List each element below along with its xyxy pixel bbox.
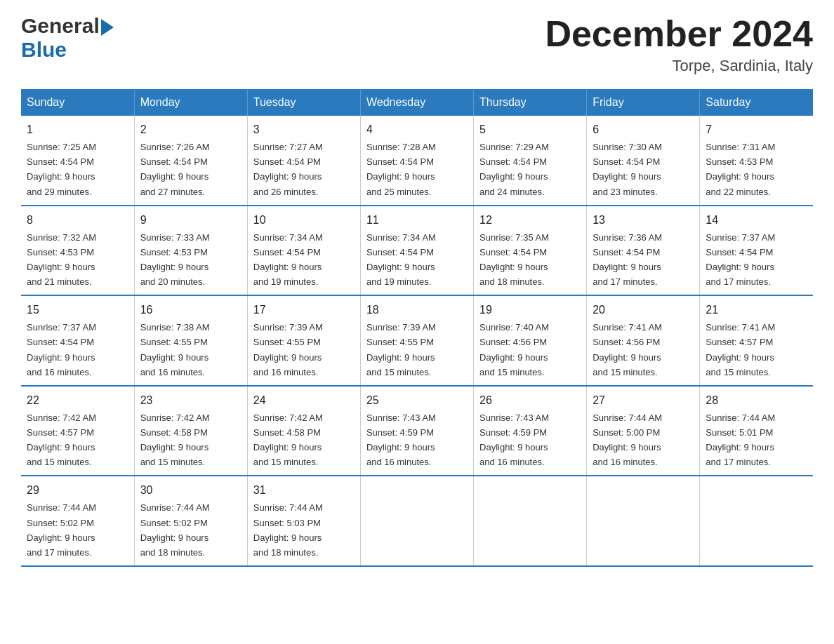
calendar-header: Sunday Monday Tuesday Wednesday Thursday… xyxy=(21,89,813,116)
day-number: 11 xyxy=(366,212,468,229)
day-info: Sunrise: 7:34 AMSunset: 4:54 PMDaylight:… xyxy=(366,232,436,287)
day-info: Sunrise: 7:38 AMSunset: 4:55 PMDaylight:… xyxy=(140,322,210,377)
calendar-cell: 2 Sunrise: 7:26 AMSunset: 4:54 PMDayligh… xyxy=(134,116,247,206)
title-block: December 2024 Torpe, Sardinia, Italy xyxy=(545,14,813,75)
day-info: Sunrise: 7:40 AMSunset: 4:56 PMDaylight:… xyxy=(479,322,549,377)
day-number: 26 xyxy=(479,392,581,409)
calendar-cell: 12 Sunrise: 7:35 AMSunset: 4:54 PMDaylig… xyxy=(474,206,587,296)
day-info: Sunrise: 7:44 AMSunset: 5:02 PMDaylight:… xyxy=(140,502,210,557)
calendar-cell: 11 Sunrise: 7:34 AMSunset: 4:54 PMDaylig… xyxy=(360,206,473,296)
calendar-cell: 10 Sunrise: 7:34 AMSunset: 4:54 PMDaylig… xyxy=(247,206,360,296)
day-info: Sunrise: 7:43 AMSunset: 4:59 PMDaylight:… xyxy=(479,412,549,467)
header-sunday: Sunday xyxy=(21,89,134,116)
location-subtitle: Torpe, Sardinia, Italy xyxy=(545,57,813,75)
day-info: Sunrise: 7:34 AMSunset: 4:54 PMDaylight:… xyxy=(253,232,323,287)
logo: General Blue xyxy=(21,14,114,62)
day-info: Sunrise: 7:27 AMSunset: 4:54 PMDaylight:… xyxy=(253,142,323,196)
day-info: Sunrise: 7:44 AMSunset: 5:03 PMDaylight:… xyxy=(253,502,323,557)
day-info: Sunrise: 7:42 AMSunset: 4:57 PMDaylight:… xyxy=(27,412,96,467)
day-number: 25 xyxy=(366,392,468,409)
calendar-cell xyxy=(700,476,813,566)
day-info: Sunrise: 7:43 AMSunset: 4:59 PMDaylight:… xyxy=(366,412,436,467)
calendar-cell: 27 Sunrise: 7:44 AMSunset: 5:00 PMDaylig… xyxy=(587,386,700,476)
calendar-cell: 28 Sunrise: 7:44 AMSunset: 5:01 PMDaylig… xyxy=(700,386,813,476)
calendar-cell: 5 Sunrise: 7:29 AMSunset: 4:54 PMDayligh… xyxy=(474,116,587,206)
day-number: 4 xyxy=(366,121,468,138)
day-number: 20 xyxy=(593,302,694,318)
day-number: 9 xyxy=(140,212,241,229)
day-info: Sunrise: 7:30 AMSunset: 4:54 PMDaylight:… xyxy=(593,142,662,196)
day-info: Sunrise: 7:33 AMSunset: 4:53 PMDaylight:… xyxy=(140,232,210,287)
calendar-cell: 29 Sunrise: 7:44 AMSunset: 5:02 PMDaylig… xyxy=(21,476,134,566)
day-number: 13 xyxy=(593,212,694,229)
logo-arrow-icon xyxy=(101,19,114,36)
calendar-cell: 7 Sunrise: 7:31 AMSunset: 4:53 PMDayligh… xyxy=(700,116,813,206)
day-number: 30 xyxy=(140,482,241,499)
calendar-cell: 26 Sunrise: 7:43 AMSunset: 4:59 PMDaylig… xyxy=(474,386,587,476)
header-tuesday: Tuesday xyxy=(247,89,360,116)
calendar-cell: 1 Sunrise: 7:25 AMSunset: 4:54 PMDayligh… xyxy=(21,116,134,206)
day-number: 24 xyxy=(253,392,355,409)
calendar-cell: 13 Sunrise: 7:36 AMSunset: 4:54 PMDaylig… xyxy=(587,206,700,296)
day-number: 8 xyxy=(27,212,128,229)
logo-blue-text: Blue xyxy=(21,38,67,61)
header-friday: Friday xyxy=(587,89,700,116)
calendar-cell: 9 Sunrise: 7:33 AMSunset: 4:53 PMDayligh… xyxy=(134,206,247,296)
calendar-cell: 17 Sunrise: 7:39 AMSunset: 4:55 PMDaylig… xyxy=(247,295,360,386)
day-info: Sunrise: 7:39 AMSunset: 4:55 PMDaylight:… xyxy=(253,322,323,377)
day-number: 3 xyxy=(253,121,355,138)
calendar-cell: 18 Sunrise: 7:39 AMSunset: 4:55 PMDaylig… xyxy=(360,295,473,386)
header-thursday: Thursday xyxy=(474,89,587,116)
logo-general-text: General xyxy=(21,14,100,38)
day-number: 29 xyxy=(27,482,128,499)
header-saturday: Saturday xyxy=(700,89,813,116)
day-number: 28 xyxy=(706,392,807,409)
day-info: Sunrise: 7:39 AMSunset: 4:55 PMDaylight:… xyxy=(366,322,436,377)
calendar-table: Sunday Monday Tuesday Wednesday Thursday… xyxy=(21,89,813,567)
calendar-cell xyxy=(587,476,700,566)
calendar-cell: 4 Sunrise: 7:28 AMSunset: 4:54 PMDayligh… xyxy=(360,116,473,206)
day-info: Sunrise: 7:32 AMSunset: 4:53 PMDaylight:… xyxy=(27,232,96,287)
calendar-cell: 31 Sunrise: 7:44 AMSunset: 5:03 PMDaylig… xyxy=(247,476,360,566)
day-number: 14 xyxy=(706,212,807,229)
day-info: Sunrise: 7:25 AMSunset: 4:54 PMDaylight:… xyxy=(27,142,96,196)
day-info: Sunrise: 7:42 AMSunset: 4:58 PMDaylight:… xyxy=(140,412,210,467)
calendar-cell: 22 Sunrise: 7:42 AMSunset: 4:57 PMDaylig… xyxy=(21,386,134,476)
day-number: 1 xyxy=(27,121,128,138)
calendar-week-row: 29 Sunrise: 7:44 AMSunset: 5:02 PMDaylig… xyxy=(21,476,813,566)
calendar-week-row: 8 Sunrise: 7:32 AMSunset: 4:53 PMDayligh… xyxy=(21,206,813,296)
day-info: Sunrise: 7:44 AMSunset: 5:01 PMDaylight:… xyxy=(706,412,775,467)
day-info: Sunrise: 7:31 AMSunset: 4:53 PMDaylight:… xyxy=(706,142,775,196)
calendar-cell: 19 Sunrise: 7:40 AMSunset: 4:56 PMDaylig… xyxy=(474,295,587,386)
day-info: Sunrise: 7:41 AMSunset: 4:56 PMDaylight:… xyxy=(593,322,662,377)
day-number: 10 xyxy=(253,212,355,229)
day-number: 21 xyxy=(706,302,807,318)
calendar-cell: 20 Sunrise: 7:41 AMSunset: 4:56 PMDaylig… xyxy=(587,295,700,386)
day-info: Sunrise: 7:44 AMSunset: 5:02 PMDaylight:… xyxy=(27,502,96,557)
calendar-cell: 14 Sunrise: 7:37 AMSunset: 4:54 PMDaylig… xyxy=(700,206,813,296)
calendar-body: 1 Sunrise: 7:25 AMSunset: 4:54 PMDayligh… xyxy=(21,116,813,566)
day-number: 12 xyxy=(479,212,581,229)
day-number: 22 xyxy=(27,392,128,409)
day-number: 17 xyxy=(253,302,355,318)
day-number: 23 xyxy=(140,392,241,409)
weekday-header-row: Sunday Monday Tuesday Wednesday Thursday… xyxy=(21,89,813,116)
day-info: Sunrise: 7:44 AMSunset: 5:00 PMDaylight:… xyxy=(593,412,662,467)
header-monday: Monday xyxy=(134,89,247,116)
calendar-cell: 6 Sunrise: 7:30 AMSunset: 4:54 PMDayligh… xyxy=(587,116,700,206)
day-number: 19 xyxy=(479,302,581,318)
calendar-cell: 24 Sunrise: 7:42 AMSunset: 4:58 PMDaylig… xyxy=(247,386,360,476)
calendar-cell: 15 Sunrise: 7:37 AMSunset: 4:54 PMDaylig… xyxy=(21,295,134,386)
calendar-cell: 3 Sunrise: 7:27 AMSunset: 4:54 PMDayligh… xyxy=(247,116,360,206)
day-number: 31 xyxy=(253,482,355,499)
day-info: Sunrise: 7:37 AMSunset: 4:54 PMDaylight:… xyxy=(27,322,96,377)
day-number: 6 xyxy=(593,121,694,138)
calendar-cell: 30 Sunrise: 7:44 AMSunset: 5:02 PMDaylig… xyxy=(134,476,247,566)
month-title: December 2024 xyxy=(545,14,813,54)
day-number: 18 xyxy=(366,302,468,318)
day-number: 15 xyxy=(27,302,128,318)
calendar-cell: 25 Sunrise: 7:43 AMSunset: 4:59 PMDaylig… xyxy=(360,386,473,476)
calendar-cell: 16 Sunrise: 7:38 AMSunset: 4:55 PMDaylig… xyxy=(134,295,247,386)
calendar-cell: 8 Sunrise: 7:32 AMSunset: 4:53 PMDayligh… xyxy=(21,206,134,296)
day-number: 16 xyxy=(140,302,241,318)
